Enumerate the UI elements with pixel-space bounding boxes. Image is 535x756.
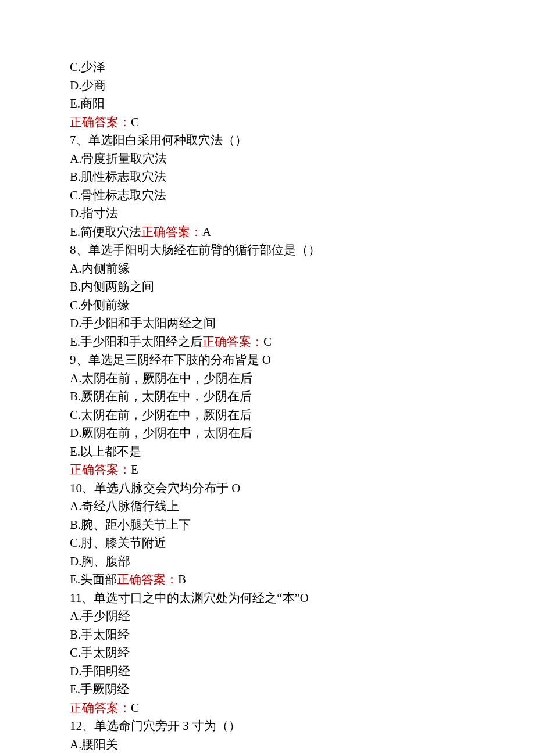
text-line: A.手少阴经 xyxy=(70,607,535,626)
text-line: 8、单选手阳明大肠经在前臂的循行部位是（） xyxy=(70,241,535,260)
text-line: 正确答案：C xyxy=(70,113,535,132)
text-line: D.手少阳和手太阳两经之间 xyxy=(70,314,535,333)
text-line: 12、单选命门穴旁开 3 寸为（） xyxy=(70,717,535,736)
text-line: 9、单选足三阴经在下肢的分布皆是 O xyxy=(70,351,535,370)
text-line: C.肘、膝关节附近 xyxy=(70,534,535,553)
text-span: C xyxy=(131,701,139,715)
text-line: E.手厥阴经 xyxy=(70,680,535,699)
text-line: 正确答案：E xyxy=(70,461,535,479)
text-line: 11、单选寸口之中的太渊穴处为何经之“本”O xyxy=(70,589,535,608)
text-line: A.腰阳关 xyxy=(70,736,535,754)
text-line: D.指寸法 xyxy=(70,205,535,223)
text-line: A.骨度折量取穴法 xyxy=(70,150,535,169)
text-span: E.手少阳和手太阳经之后 xyxy=(70,335,202,349)
text-line: B.手太阳经 xyxy=(70,626,535,644)
text-line: D.手阳明经 xyxy=(70,662,535,681)
text-span: E.简便取穴法 xyxy=(70,225,141,239)
text-line: C.少泽 xyxy=(70,58,535,77)
text-line: D.胸、腹部 xyxy=(70,553,535,571)
answer-label: 正确答案： xyxy=(117,572,178,586)
document-body: C.少泽D.少商E.商阳正确答案：C7、单选阳白采用何种取穴法（）A.骨度折量取… xyxy=(70,58,535,754)
text-span: E xyxy=(131,463,138,476)
text-line: C.太阴在前，少阴在中，厥阴在后 xyxy=(70,406,535,425)
text-line: A.内侧前缘 xyxy=(70,260,535,278)
answer-label: 正确答案： xyxy=(141,225,202,239)
answer-label: 正确答案： xyxy=(70,463,131,476)
text-span: B xyxy=(178,572,186,586)
text-line: C.手太阴经 xyxy=(70,644,535,662)
text-line: B.腕、距小腿关节上下 xyxy=(70,516,535,535)
answer-label: 正确答案： xyxy=(70,115,131,129)
text-line: C.骨性标志取穴法 xyxy=(70,187,535,205)
text-line: E.以上都不是 xyxy=(70,443,535,461)
text-line: B.肌性标志取穴法 xyxy=(70,168,535,187)
text-line: E.头面部正确答案：B xyxy=(70,571,535,589)
text-line: A.太阴在前，厥阴在中，少阴在后 xyxy=(70,370,535,388)
text-line: D.厥阴在前，少阴在中，太阴在后 xyxy=(70,424,535,443)
text-span: C xyxy=(131,115,139,129)
text-span: A xyxy=(202,225,211,239)
text-line: C.外侧前缘 xyxy=(70,296,535,315)
answer-label: 正确答案： xyxy=(70,701,131,715)
text-span: E.头面部 xyxy=(70,572,117,586)
text-line: D.少商 xyxy=(70,77,535,95)
text-line: 7、单选阳白采用何种取穴法（） xyxy=(70,131,535,150)
text-line: E.简便取穴法正确答案：A xyxy=(70,223,535,242)
text-line: B.内侧两筋之间 xyxy=(70,278,535,296)
text-line: E.手少阳和手太阳经之后正确答案：C xyxy=(70,333,535,352)
text-span: C xyxy=(263,335,272,349)
answer-label: 正确答案： xyxy=(202,335,263,349)
text-line: B.厥阴在前，太阴在中，少阴在后 xyxy=(70,388,535,406)
text-line: A.奇经八脉循行线上 xyxy=(70,497,535,516)
text-line: 正确答案：C xyxy=(70,699,535,718)
text-line: E.商阳 xyxy=(70,95,535,113)
text-line: 10、单选八脉交会穴均分布于 O xyxy=(70,479,535,498)
